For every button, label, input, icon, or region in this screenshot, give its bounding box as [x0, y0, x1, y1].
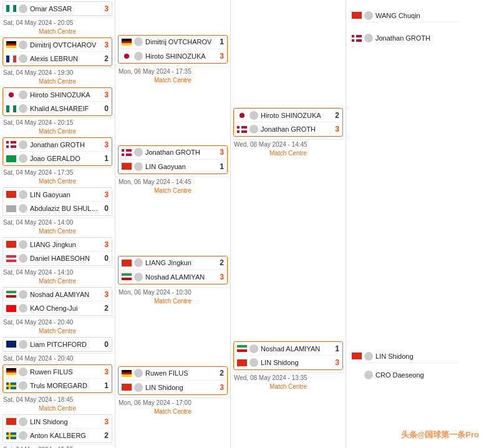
score: 3	[332, 358, 339, 367]
score: 3	[216, 52, 224, 61]
player-row: Khalid ALSHAREIF 0	[3, 102, 112, 115]
match-centre-link[interactable]: Match Centre	[115, 407, 230, 416]
player-row: Jonathan GROTH 3	[234, 122, 342, 136]
match-centre-link[interactable]: Match Centre	[0, 77, 115, 86]
match-date: Sat, 04 May 2024 - 18:45	[0, 394, 115, 404]
match-centre-link[interactable]: Match Centre	[0, 327, 115, 336]
flag-dk	[6, 141, 16, 148]
flag-se	[6, 432, 16, 439]
match-centre-link[interactable]: Match Centre	[0, 177, 115, 186]
r2-match-3: LIANG Jingkun 2 Noshad ALAMIYAN 3	[118, 256, 228, 285]
score: 0	[101, 254, 109, 263]
flag-dk	[352, 35, 362, 42]
avatar	[19, 290, 27, 299]
score: 2	[101, 54, 109, 63]
avatar	[364, 34, 373, 42]
flag-jp	[237, 112, 247, 119]
match-date: Sat, 04 May 2024 - 19:30	[0, 67, 115, 77]
avatar	[19, 54, 27, 63]
avatar	[364, 352, 373, 361]
player-name: Dimitrij OVTCHAROV	[30, 41, 101, 49]
player-name: Jonathan GROTH	[30, 141, 101, 149]
match-date: Mon, 06 May 2024 - 14:45	[115, 177, 230, 187]
flag-cn	[237, 359, 247, 366]
avatar	[19, 104, 27, 113]
player-row: Alexis LEBRUN 2	[3, 52, 112, 66]
avatar	[19, 240, 27, 249]
avatar	[19, 304, 27, 313]
flag-de	[122, 39, 132, 46]
score: 0	[101, 204, 109, 213]
score: 2	[101, 304, 109, 313]
match-centre-link[interactable]: Match Centre	[115, 187, 230, 195]
flag-tw	[6, 305, 16, 312]
finalist-bottom-2: CRO Daeseong	[349, 368, 459, 382]
player-row: Ruwen FILUS 2	[119, 367, 227, 381]
player-row: Abdulaziz BU SHULA... 0	[3, 202, 112, 215]
flag-cn	[122, 163, 132, 170]
flag-cn	[6, 418, 16, 425]
score: 3	[101, 4, 109, 13]
player-name: Omar ASSAR	[30, 5, 101, 12]
flag-cn	[6, 241, 16, 248]
player-name: Jonathan GROTH	[145, 149, 216, 156]
player-name: Hiroto SHINOZUKA	[145, 52, 216, 60]
player-row: Dimitrij OVTCHAROV 3	[3, 38, 112, 52]
avatar	[364, 371, 373, 379]
finals-column: WANG Chuqin Jonathan GROTH LIN Shidong C…	[346, 0, 462, 448]
player-name: LIN Shidong	[375, 353, 456, 360]
score: 1	[332, 344, 339, 353]
player-row: Jonathan GROTH 3	[119, 146, 227, 160]
flag-cn	[352, 12, 362, 19]
match-centre-link[interactable]: Match Centre	[115, 76, 230, 85]
player-row: Omar ASSAR 3	[3, 2, 112, 16]
round3-column: Hiroto SHINOZUKA 2 Jonathan GROTH 3 Wed,…	[231, 0, 346, 448]
player-row: LIN Gaoyuan 1	[119, 160, 227, 173]
player-name: WANG Chuqin	[375, 12, 456, 19]
flag-de	[6, 41, 16, 48]
player-row: KAO Cheng-Jui 2	[3, 301, 112, 315]
player-name: LIANG Jingkun	[30, 241, 101, 248]
player-name: Ruwen FILUS	[30, 368, 101, 376]
match-date: Sat, 04 May 2024 - 20:15	[0, 117, 115, 127]
player-name: Noshad ALAMIYAN	[261, 345, 332, 353]
player-row: LIANG Jingkun 2	[119, 256, 227, 270]
player-name: Noshad ALAMIYAN	[145, 273, 216, 281]
r2-match-4: Ruwen FILUS 2 LIN Shidong 3	[118, 366, 228, 395]
match-centre-link[interactable]: Match Centre	[231, 149, 346, 158]
player-name: Truls MOREGARD	[30, 382, 101, 389]
score: 3	[101, 290, 109, 299]
flag-ir	[237, 345, 247, 352]
player-name: Jonathan GROTH	[261, 125, 332, 133]
player-name: KAO Cheng-Jui	[30, 304, 101, 312]
match-date: Sat, 04 May 2024 - 15:55	[0, 444, 115, 448]
avatar	[19, 4, 27, 13]
match-centre-link[interactable]: Match Centre	[231, 382, 346, 391]
avatar	[19, 140, 27, 149]
score: 2	[216, 369, 224, 377]
match-centre-link[interactable]: Match Centre	[115, 297, 230, 306]
score: 3	[216, 273, 224, 281]
r2-match-2: Jonathan GROTH 3 LIN Gaoyuan 1	[118, 145, 228, 174]
flag-dk	[237, 126, 247, 133]
player-row: Joao GERALDO 1	[3, 152, 112, 165]
avatar	[19, 431, 27, 440]
match-date: Sat, 04 May 2024 - 17:35	[0, 167, 115, 177]
match-centre-link[interactable]: Match Centre	[0, 227, 115, 236]
r1-match-1: Omar ASSAR 3	[2, 1, 112, 16]
flag-cn	[352, 353, 362, 359]
match-centre-link[interactable]: Match Centre	[0, 27, 115, 36]
match-centre-link[interactable]: Match Centre	[0, 404, 115, 413]
score: 3	[332, 125, 339, 134]
r2-group-2: Jonathan GROTH 3 LIN Gaoyuan 1 Mon, 06 M…	[115, 143, 230, 195]
avatar	[134, 162, 143, 171]
r1-match-2: Dimitrij OVTCHAROV 3 Alexis LEBRUN 2	[2, 37, 112, 66]
watermark: 头条@国球第一条Pro	[397, 428, 483, 442]
flag-jp	[6, 91, 16, 98]
match-centre-link[interactable]: Match Centre	[0, 127, 115, 136]
player-row: LIN Shidong 3	[234, 356, 342, 369]
finalist-top-1: WANG Chuqin	[349, 9, 459, 22]
flag-kr	[352, 372, 362, 379]
match-centre-link[interactable]: Match Centre	[0, 277, 115, 286]
r1-match-5: LIN Gaoyuan 3 Abdulaziz BU SHULA... 0	[2, 187, 112, 216]
